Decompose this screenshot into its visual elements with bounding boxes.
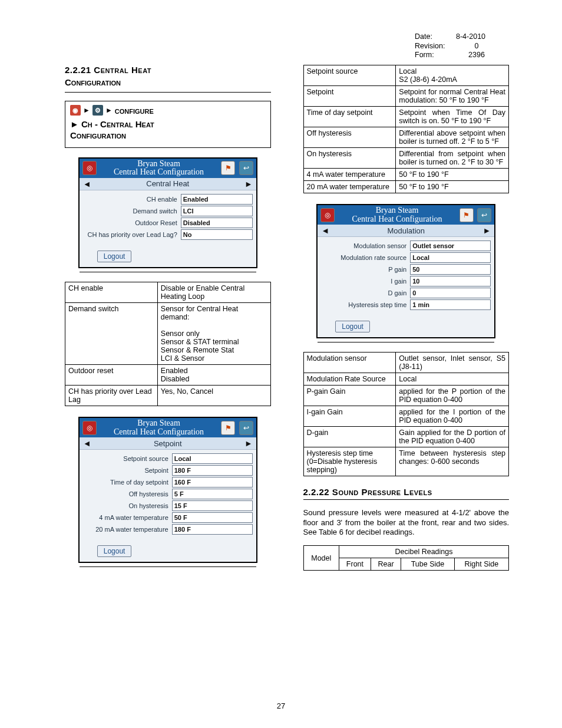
table-row: Off hysteresisDifferential above setpoin… [303,127,509,148]
nav-title: Central Heat [146,179,189,188]
table-cell-value: applied for the I portion of the PID equ… [396,406,509,427]
panel-back-icon[interactable]: ↩ [239,161,253,175]
device-field-label: Demand switch [83,207,181,215]
device-field-row: Demand switchLCI [83,206,253,216]
table-cell-value: Outlet sensor, Inlet sensor, S5 (J8-11) [396,353,509,373]
device-field-row: I gain10 [321,276,491,286]
device-field-value[interactable]: LCI [181,206,253,216]
sound-col-right: Right Side [454,558,508,571]
breadcrumb-arrow-icon: ► [105,106,113,114]
table-cell-key: Setpoint source [303,65,396,86]
logout-button[interactable]: Logout [97,251,132,262]
device-field-value[interactable]: 160 F [172,477,253,487]
table-cell-key: 20 mA water temperature [303,181,396,193]
device-field-label: CH enable [83,196,181,203]
nav-next-icon[interactable]: ► [482,226,491,235]
device-field-value[interactable]: 10 [410,276,491,286]
device-field-row: P gain50 [321,264,491,275]
table-row: On hysteresisDifferential from setpoint … [303,148,509,169]
device-field-value[interactable]: 1 min [410,299,491,310]
breadcrumb-arrow-icon: ► [83,106,90,114]
doc-meta: Date:8-4-2010 Revision:0 Form:2396 [415,32,497,60]
nav-next-icon[interactable]: ► [244,439,253,448]
sound-col-front: Front [339,558,371,571]
device-field-value[interactable]: Disabled [181,218,253,228]
device-field-value[interactable]: No [181,229,253,240]
table-row: Hysteresis step time (0=Disable hysteres… [303,447,509,476]
device-field-row: Off hysteresis5 F [83,489,253,499]
panel-title2: Central Heat Configuration [97,168,221,177]
table-cell-value: Differential from setpoint when boiler i… [396,148,509,169]
panel-title2: Central Heat Configuration [335,215,459,224]
table-row: CH has priority over Lead LagYes, No, Ca… [65,385,271,406]
device-field-value[interactable]: Outlet sensor [410,241,491,251]
configure-line2a: ► Ch - Central Heat [70,119,266,130]
nav-next-icon[interactable]: ► [244,179,253,189]
panel-back-icon[interactable]: ↩ [239,421,253,435]
device-field-label: Setpoint [83,467,172,474]
gauge-icon: ◉ [70,105,81,116]
device-field-label: P gain [321,266,410,273]
table-cell-key: On hysteresis [303,148,396,169]
panel-title1: Bryan Steam [97,419,221,428]
device-field-value[interactable]: Local [410,252,491,263]
table-cell-key: D-gain [303,427,396,447]
device-field-value[interactable]: Local [172,453,253,464]
device-field-value[interactable]: 5 F [172,489,253,499]
device-field-row: CH has priority over Lead Lag?No [83,229,253,240]
panel-back-icon[interactable]: ↩ [477,208,491,222]
device-field-value[interactable]: 180 F [172,465,253,476]
table-row: P-gain Gainapplied for the P portion of … [303,386,509,406]
device-field-value[interactable]: Enabled [181,194,253,205]
configure-label: configure [115,106,154,116]
device-field-label: Outdoor Reset [83,219,181,226]
table-row: SetpointSetpoint for normal Central Heat… [303,86,509,107]
device-field-value[interactable]: 0 [410,288,491,298]
table-cell-value: Sensor for Central Heat demand: Sensor o… [157,302,270,364]
meta-rev-value: 0 [456,42,497,51]
table-row: I-gain Gainapplied for the I portion of … [303,406,509,427]
device-field-row: On hysteresis15 F [83,500,253,511]
panel-warn-icon[interactable]: ⚑ [221,161,235,175]
nav-title: Modulation [387,226,425,235]
table-row: 4 mA water temperature50 °F to 190 °F [303,169,509,181]
table-row: CH enableDisable or Enable Central Heati… [65,282,271,302]
panel-title2: Central Heat Configuration [97,428,221,437]
meta-date-value: 8-4-2010 [456,32,497,42]
meta-form-value: 2396 [456,51,497,60]
table-cell-key: I-gain Gain [303,406,396,427]
device-field-value[interactable]: 15 F [172,500,253,511]
panel-warn-icon[interactable]: ⚑ [459,208,474,222]
table-row: 20 mA water temperature50 °F to 190 °F [303,181,509,193]
device-field-value[interactable]: 180 F [172,524,253,535]
table-cell-key: 4 mA water temperature [303,169,396,181]
nav-title: Setpoint [154,439,182,448]
device-field-label: Modulation sensor [321,242,410,249]
device-field-label: Off hysteresis [83,490,172,498]
logout-button[interactable]: Logout [97,545,132,557]
table-row: Demand switchSensor for Central Heat dem… [65,302,271,364]
table-cell-key: P-gain Gain [303,386,396,406]
device-field-label: CH has priority over Lead Lag? [83,231,181,238]
table-cell-key: Off hysteresis [303,127,396,148]
nav-prev-icon[interactable]: ◄ [321,226,329,235]
table-cell-key: Time of day setpoint [303,107,396,127]
device-field-row: Hysteresis step time1 min [321,299,491,310]
device-field-row: Outdoor ResetDisabled [83,218,253,228]
sound-col-rear: Rear [371,558,401,571]
table-cell-value: Disable or Enable Central Heating Loop [157,282,270,302]
section-divider [65,92,271,93]
nav-prev-icon[interactable]: ◄ [83,179,91,189]
panel-warn-icon[interactable]: ⚑ [221,421,235,435]
meta-rev-label: Revision: [415,42,456,51]
device-field-value[interactable]: 50 F [172,512,253,523]
device-field-value[interactable]: 50 [410,264,491,275]
table-cell-value: Local [396,373,509,386]
nav-prev-icon[interactable]: ◄ [83,439,91,448]
logout-button[interactable]: Logout [335,321,370,332]
device-field-row: Setpoint sourceLocal [83,453,253,464]
device-field-row: CH enableEnabled [83,194,253,205]
table-cell-key: Modulation Rate Source [303,373,396,386]
meta-form-label: Form: [415,51,456,60]
table-cell-key: CH has priority over Lead Lag [65,385,158,406]
